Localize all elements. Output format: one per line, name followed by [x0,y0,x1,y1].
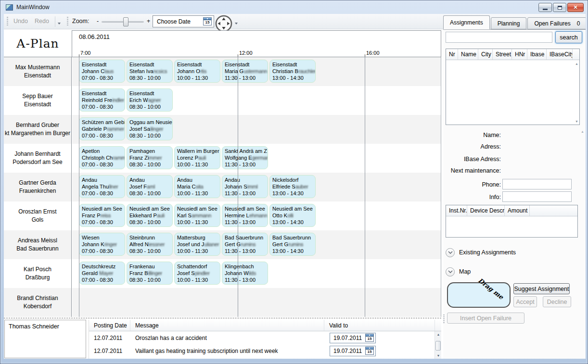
appointment[interactable]: AndauAngela Thullner07:00 - 08:30 [79,175,125,198]
phone-field[interactable] [502,179,572,189]
appointment[interactable]: AndauJohann Simml11:30 - 13:00 [222,175,268,198]
column-header-name[interactable]: Name [458,49,478,60]
appointment[interactable]: WiesenJohann Kringer07:00 - 08:30 [79,233,125,256]
column-header-hnr[interactable]: HNr [512,49,527,60]
minimize-button[interactable] [538,3,552,12]
column-header-street[interactable]: Street [493,49,512,60]
undo-button[interactable]: Undo [11,16,31,26]
decline-button[interactable]: Decline [543,296,571,307]
appointment[interactable]: Neusiedl am SeeFranz Preiss07:00 - 08:30 [79,204,125,227]
resource-city: Frauenkirchen [4,187,71,195]
appointment[interactable]: AndauMaria Csita10:00 - 11:30 [174,175,220,198]
appointment[interactable]: Bad SauerbrunnGert Grumins13:00 - 14:30 [269,233,316,256]
valid-to-date-picker[interactable] [330,359,376,359]
choose-date-picker[interactable]: Choose Date 15 [153,15,214,27]
drag-source-box[interactable]: Drag me [447,282,511,308]
appointment[interactable]: Bad SauerbrunnGert Grumins11:30 - 13:00 [222,233,268,256]
appointment[interactable]: KlingenbachJohann Wilds11:30 - 13:00 [222,262,268,285]
appointment[interactable]: EisenstadtReinhold Freindler07:00 - 08:3… [79,88,125,112]
search-input[interactable] [446,32,552,43]
calendar-icon[interactable]: 15 [365,334,374,342]
zoom-in-button[interactable]: + [147,18,150,25]
horizontal-splitter[interactable] [4,318,441,318]
search-button[interactable]: search [555,31,582,43]
toolbar-overflow-icon[interactable] [234,15,239,28]
valid-to-date-picker[interactable]: 19.07.201115 [330,346,376,356]
maximize-button[interactable] [553,3,566,12]
suggest-assignment-button[interactable]: Suggest Assignment [513,283,570,294]
chevron-down-icon[interactable] [446,267,455,276]
appointment[interactable]: Wallern im BurgerLorenz Pauli10:00 - 11:… [174,146,220,169]
appointment[interactable]: NickelsdorfElfriede Sauber13:00 - 14:30 [269,175,316,198]
appointment[interactable]: Oggau am NeusieJosef Sailinger08:30 - 10… [127,117,173,140]
calendar-icon[interactable]: 15 [203,17,212,25]
close-button[interactable]: ✕ [567,3,584,12]
resource-city: kt Margarethen im Burger [4,129,71,138]
info-field[interactable] [502,191,572,202]
appointment-city: Mattersburg [177,235,217,241]
appointment[interactable]: Neusiedl am SeeEkkehard Pauli08:30 - 10:… [127,204,173,227]
appointment[interactable]: SchattendorfJosef Spindler10:00 - 11:30 [174,262,220,285]
appointment[interactable]: Neusiedl am SeeOtto Kolli13:00 - 14:30 [269,204,316,227]
person-name-obscured: mmer [149,155,162,161]
tab-assignments[interactable]: Assignments [443,15,490,29]
panel-gripper[interactable] [443,314,445,323]
scroll-up-icon[interactable]: ▲ [575,62,578,65]
zoom-slider[interactable] [102,21,144,23]
scroll-down-icon[interactable]: ▼ [435,352,441,359]
toolbar-gripper[interactable] [67,17,68,26]
scroll-down-icon[interactable]: ▼ [575,120,578,123]
appointment[interactable]: EisenstadtStefan Ivancsics08:30 - 10:00 [127,60,173,83]
column-header-amount[interactable]: Amount [505,205,530,216]
title-bar[interactable]: MainWindow ✕ [0,0,588,14]
appointment[interactable]: EisenstadtJohann Claus07:00 - 08:30 [79,60,125,83]
appointment[interactable]: FrankenauFranz Billinger08:30 - 10:00 [127,262,173,285]
appointment[interactable]: MattersburgJosef und Julianer10:00 - 11:… [174,233,220,256]
scroll-up-icon[interactable]: ▲ [435,331,441,338]
appointment[interactable]: EisenstadtErich Wagner08:30 - 10:00 [127,88,173,112]
column-header-inst-nr-[interactable]: Inst.Nr. [446,205,467,216]
tab-planning[interactable]: Planning [491,17,527,29]
tab-open-failures[interactable]: Open Failures0 [527,17,586,29]
window-title: MainWindow [16,4,50,11]
column-header-city[interactable]: City [478,49,493,60]
messages-scrollbar[interactable]: ▲ ▼ [435,331,441,359]
panel-scroll-up-icon[interactable]: ▲ [581,130,584,133]
toolbar-overflow-icon[interactable] [57,15,62,28]
column-header-nr[interactable]: Nr [446,49,458,60]
map-expander[interactable]: Map [446,266,471,277]
redo-button[interactable]: Redo [32,16,52,26]
appointment[interactable]: Neusiedl am SeeHermine Lehmann11:30 - 13… [222,204,268,227]
scrollbar-thumb[interactable] [435,341,441,351]
chevron-down-icon[interactable] [446,248,455,257]
appointment[interactable]: Schützen am GebiGabriele Prammer07:00 - … [79,117,125,140]
appointment[interactable]: SteinbrunnAlfred Niessner08:30 - 10:00 [127,233,173,256]
column-header-posting-date[interactable]: Posting Date [89,320,130,331]
existing-assignments-expander[interactable]: Existing Assignments [446,247,516,258]
zoom-out-button[interactable]: - [97,18,99,25]
insert-open-failure-button[interactable]: Insert Open Failure [447,313,524,324]
appointment[interactable]: AndauJosef Faml08:30 - 10:00 [127,175,173,198]
appointment[interactable]: Neusiedl am SeeKarl Sammann10:00 - 11:30 [174,204,220,227]
column-header-valid-to[interactable]: Valid to [324,320,435,331]
appointment[interactable]: PamhagenFranz Zimmer08:30 - 10:00 [127,146,173,169]
customer-table: NrNameCityStreetHNrIbaseIBaseCity ▲ ▼ [446,49,580,125]
appointment-city: Schützen am Gebi [82,119,122,126]
appointment[interactable]: DeutschkreutzGerald Mayer07:00 - 08:30 [79,262,125,285]
appointment[interactable]: EisenstadtMaria Gustermann11:30 - 13:00 [222,60,268,83]
appointment[interactable]: EisenstadtJohann Ortis10:00 - 11:30 [174,60,220,83]
column-header-message[interactable]: Message [130,320,324,331]
calendar-icon[interactable]: 15 [365,347,374,355]
column-header-device-descr-[interactable]: Device Descr. [467,205,505,216]
accept-button[interactable]: Accept [513,296,537,307]
column-header-ibase[interactable]: Ibase [527,49,547,60]
column-header-ibasecity[interactable]: IBaseCity [547,49,573,60]
toolbar-gripper[interactable] [7,17,8,26]
appointment[interactable]: EisenstadtChristian Brauchler13:00 - 14:… [269,60,316,83]
messages-table-header: Posting DateMessageValid to [89,320,441,331]
zoom-slider-thumb[interactable] [123,17,128,26]
appointment[interactable]: Sankt Andrä am ZWolfgang Egermann11:30 -… [222,146,268,169]
appointment-person: Johann Simml [225,184,265,190]
appointment[interactable]: ApetlonChristoph Chramml07:00 - 08:30 [79,146,125,169]
valid-to-date-picker[interactable]: 19.07.201115 [330,333,376,343]
